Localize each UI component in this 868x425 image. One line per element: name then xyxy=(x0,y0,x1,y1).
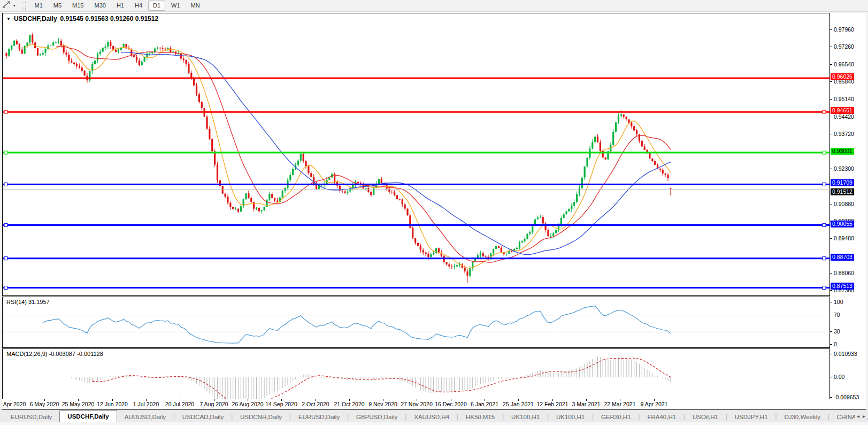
axis-tick-mark xyxy=(830,354,832,354)
timeframe-button-MN[interactable]: MN xyxy=(186,1,205,11)
line-handle[interactable] xyxy=(823,183,826,186)
chart-tab-USDCNH-Daily[interactable]: USDCNH,Daily xyxy=(233,412,289,422)
timeframe-button-H4[interactable]: H4 xyxy=(130,1,147,11)
timeframe-button-M5[interactable]: M5 xyxy=(49,1,66,11)
chart-tab-HK50-M15[interactable]: HK50,M15 xyxy=(458,412,502,422)
price-level-badge[interactable]: 0.91709 xyxy=(831,179,854,186)
line-handle[interactable] xyxy=(823,151,826,154)
date-axis[interactable]: 17 Apr 20206 May 202025 May 202012 Jun 2… xyxy=(2,399,830,409)
macd-pane[interactable]: MACD(12,26,9) -0.003087 -0.001128 xyxy=(2,348,830,399)
chart-tab-GER30-H1[interactable]: GER30,H1 xyxy=(594,412,639,422)
chart-tab-FRA40-H1[interactable]: FRA40,H1 xyxy=(640,412,683,422)
tabs-scroll-left-icon[interactable]: ◂ xyxy=(857,413,859,419)
axis-tick-mark xyxy=(830,134,832,134)
axis-tick-mark xyxy=(830,81,832,82)
line-handle[interactable] xyxy=(823,224,826,227)
axis-tick-mark xyxy=(830,117,832,117)
current-price-badge[interactable]: 0.91512 xyxy=(831,188,854,195)
axis-tick-label: 100 xyxy=(834,299,843,306)
timeframe-button-H1[interactable]: H1 xyxy=(112,1,129,11)
date-label: 12 Feb 2021 xyxy=(537,401,569,407)
date-label: 14 Sep 2020 xyxy=(265,401,297,407)
date-label: 6 May 2020 xyxy=(30,401,59,407)
chart-tab-USOil-H1[interactable]: USOil,H1 xyxy=(685,412,726,422)
price-level-badge[interactable]: 0.96026 xyxy=(831,73,854,80)
timeframe-button-M15[interactable]: M15 xyxy=(67,1,88,11)
chart-tab-USDJPY-H1[interactable]: USDJPY,H1 xyxy=(727,412,775,422)
line-handle[interactable] xyxy=(4,183,7,186)
timeframe-button-D1[interactable]: D1 xyxy=(148,1,165,11)
line-handle[interactable] xyxy=(823,110,826,113)
macd-canvas[interactable] xyxy=(3,350,830,399)
timeframe-button-W1[interactable]: W1 xyxy=(166,1,185,11)
date-label: 9 Apr 2021 xyxy=(641,401,668,407)
price-level-badge[interactable]: 0.93001 xyxy=(831,148,854,155)
axis-tick-mark xyxy=(830,169,832,169)
chart-tab-EURUSD-Daily[interactable]: EURUSD,Daily xyxy=(291,412,347,422)
chart-tab-XAUUSD-H4[interactable]: XAUUSD,H4 xyxy=(406,412,457,422)
price-level-badge[interactable]: 0.87513 xyxy=(831,283,854,290)
axis-tick-label: 0.88060 xyxy=(834,270,854,277)
toolbar-grip-handle[interactable] xyxy=(22,2,26,10)
date-label: 17 Apr 2020 xyxy=(2,401,26,407)
chart-tab-UK100-H1[interactable]: UK100,H1 xyxy=(504,412,547,422)
axis-tick-mark xyxy=(830,315,832,315)
trendline-tool-icon[interactable] xyxy=(2,1,11,11)
price-level-badge[interactable]: 0.94651 xyxy=(831,107,854,114)
timeframe-button-M30[interactable]: M30 xyxy=(89,1,110,11)
line-handle[interactable] xyxy=(4,286,7,290)
date-label: 1 Jul 2020 xyxy=(133,401,159,407)
price-axis[interactable]: 0.979600.972600.965400.958400.951400.944… xyxy=(830,13,866,399)
line-handle[interactable] xyxy=(823,286,826,290)
axis-tick-mark xyxy=(830,273,832,274)
date-label: 25 Jan 2021 xyxy=(503,401,534,407)
tabbar-lower-strip xyxy=(0,422,868,425)
axis-tick-mark xyxy=(830,302,832,302)
chart-tab-EURUSD-Daily[interactable]: EURUSD,Daily xyxy=(3,412,59,422)
date-label: 6 Jan 2021 xyxy=(471,401,498,407)
line-handle[interactable] xyxy=(4,257,7,260)
date-label: 3 Mar 2021 xyxy=(572,401,600,407)
timeframe-button-M1[interactable]: M1 xyxy=(30,1,48,11)
line-handle[interactable] xyxy=(4,110,7,113)
line-handle[interactable] xyxy=(4,224,7,227)
axis-tick-mark xyxy=(830,397,832,398)
date-label: 16 Dec 2020 xyxy=(435,401,467,407)
chart-tab-USDCAD-Daily[interactable]: USDCAD,Daily xyxy=(175,412,231,422)
date-label: 25 May 2020 xyxy=(62,401,95,407)
chart-dropdown-icon[interactable]: ▼ xyxy=(6,17,11,21)
rsi-canvas[interactable] xyxy=(3,298,830,348)
axis-tick-label: 0.94420 xyxy=(834,113,854,120)
line-handle[interactable] xyxy=(4,151,7,154)
rsi-pane[interactable]: RSI(14) 31.1957 xyxy=(2,297,830,348)
axis-tick-label: 0.93720 xyxy=(834,131,854,138)
tabs-scroll-right-icon[interactable]: ▸ xyxy=(863,413,865,419)
chart-tab-USDCHF-Daily[interactable]: USDCHF,Daily xyxy=(59,410,117,422)
chart-tab-GBPUSD-Daily[interactable]: GBPUSD,Daily xyxy=(349,412,405,422)
chart-tab-AUDUSD-Daily[interactable]: AUDUSD,Daily xyxy=(117,412,173,422)
axis-tick-mark xyxy=(830,290,832,291)
axis-tick-mark xyxy=(830,344,832,345)
axis-tick-mark xyxy=(830,377,832,377)
main-chart-canvas[interactable] xyxy=(3,14,830,296)
axis-tick-mark xyxy=(830,29,832,30)
chart-tools-cluster[interactable]: ▾ xyxy=(0,0,19,11)
axis-tick-label: 70 xyxy=(834,312,840,318)
axis-tick-label: 0.97260 xyxy=(834,43,854,50)
axis-tick-label: -0.009653 xyxy=(834,394,859,401)
line-handle[interactable] xyxy=(823,257,826,260)
date-label: 2 Oct 2020 xyxy=(302,401,329,407)
chart-tab-DJ30-Weekly[interactable]: DJ30,Weekly xyxy=(777,412,828,422)
price-pane[interactable]: ▼ USDCHF,Daily 0.91545 0.91563 0.91260 0… xyxy=(2,13,830,296)
chevron-down-icon[interactable]: ▾ xyxy=(13,4,16,8)
chart-title[interactable]: ▼ USDCHF,Daily 0.91545 0.91563 0.91260 0… xyxy=(6,15,158,22)
axis-tick-mark xyxy=(830,331,832,332)
axis-tick-label: 0.010933 xyxy=(834,351,857,358)
axis-tick-label: 30 xyxy=(834,328,840,335)
price-level-badge[interactable]: 0.90055 xyxy=(831,221,854,227)
chart-tabs-bar: EURUSD,DailyUSDCHF,DailyAUDUSD,Daily|USD… xyxy=(0,409,868,425)
axis-tick-mark xyxy=(830,99,832,100)
price-level-badge[interactable]: 0.88703 xyxy=(831,254,854,261)
chart-tab-UK100-H1[interactable]: UK100,H1 xyxy=(549,412,592,422)
axis-tick-label: 0.96540 xyxy=(834,61,854,68)
